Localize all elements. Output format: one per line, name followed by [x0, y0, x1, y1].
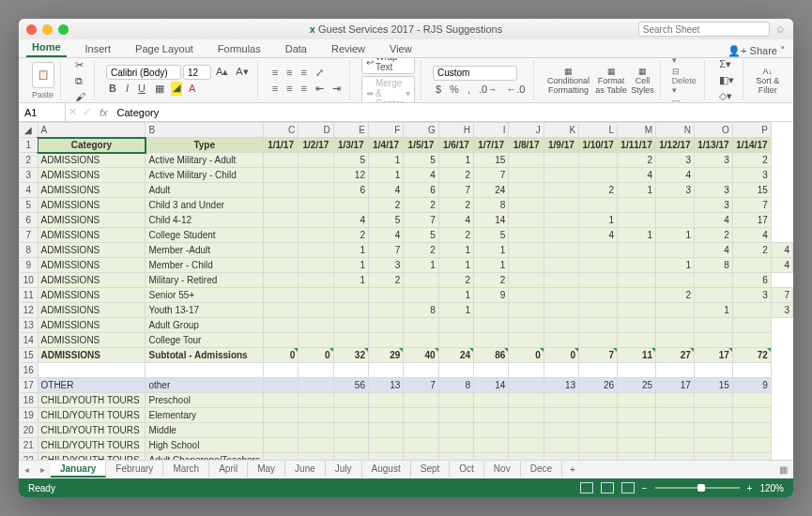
cell-J3[interactable] — [509, 168, 544, 183]
cell-O9[interactable]: 8 — [694, 258, 732, 273]
row-header-4[interactable]: 4 — [20, 183, 38, 198]
cell-J11[interactable] — [509, 288, 544, 303]
cell-L7[interactable]: 4 — [579, 228, 618, 243]
underline-button[interactable]: U — [135, 82, 148, 96]
cell-9[interactable]: 4 — [771, 258, 792, 273]
cell-J16[interactable] — [509, 363, 544, 378]
font-size-select[interactable] — [183, 65, 211, 80]
cell-P20[interactable] — [732, 423, 771, 438]
cell-E8[interactable]: 1 — [333, 243, 368, 258]
cell-D19[interactable] — [299, 408, 333, 423]
cell-K19[interactable] — [544, 408, 578, 423]
align-center-icon[interactable]: ≡ — [283, 82, 295, 96]
cell-D3[interactable] — [299, 168, 333, 183]
cell-A2[interactable]: ADMISSIONS — [38, 153, 146, 168]
sheet-tab-sept[interactable]: Sept — [411, 462, 451, 478]
cell-I3[interactable]: 7 — [474, 168, 509, 183]
cell-G19[interactable] — [404, 408, 438, 423]
cell-G6[interactable]: 7 — [404, 213, 438, 228]
cell-O13[interactable] — [694, 318, 732, 333]
cell-I21[interactable] — [474, 438, 509, 453]
cell-P18[interactable] — [732, 393, 771, 408]
indent-decrease-icon[interactable]: ⇤ — [313, 82, 327, 96]
cell-B12[interactable]: Youth 13-17 — [146, 303, 263, 318]
cell-O16[interactable] — [694, 363, 732, 378]
cell-F16[interactable] — [368, 363, 403, 378]
col-header-A[interactable]: A — [38, 123, 146, 138]
cell-M14[interactable] — [618, 333, 656, 348]
row-header-5[interactable]: 5 — [20, 198, 38, 213]
cell-A16[interactable] — [38, 363, 146, 378]
cell-J1[interactable]: 1/8/17 — [509, 138, 544, 153]
cell-E13[interactable] — [333, 318, 368, 333]
cell-G16[interactable] — [404, 363, 438, 378]
cell-A20[interactable]: CHILD/YOUTH TOURS — [38, 423, 146, 438]
cell-C7[interactable] — [263, 228, 298, 243]
cell-N5[interactable] — [656, 198, 695, 213]
cell-G13[interactable] — [404, 318, 438, 333]
menu-tab-insert[interactable]: Insert — [80, 40, 117, 57]
cell-D21[interactable] — [299, 438, 333, 453]
cell-C6[interactable] — [263, 213, 298, 228]
cell-D11[interactable] — [299, 288, 333, 303]
cell-J22[interactable] — [509, 453, 544, 461]
page-break-view-button[interactable] — [621, 482, 635, 493]
add-sheet-button[interactable]: + — [562, 464, 583, 475]
cell-N2[interactable]: 3 — [656, 153, 695, 168]
row-header-3[interactable]: 3 — [20, 168, 38, 183]
cell-I17[interactable]: 14 — [474, 378, 509, 393]
cell-H4[interactable]: 7 — [438, 183, 473, 198]
cell-A15[interactable]: ADMISSIONS — [38, 348, 146, 363]
cell-J2[interactable] — [509, 153, 544, 168]
cell-P9[interactable] — [732, 258, 771, 273]
col-header-K[interactable]: K — [544, 123, 578, 138]
cell-K17[interactable]: 13 — [544, 378, 578, 393]
cell-D5[interactable] — [299, 198, 333, 213]
cell-K4[interactable] — [544, 183, 578, 198]
cell-P19[interactable] — [732, 408, 771, 423]
cell-C20[interactable] — [263, 423, 298, 438]
sheet-tab-june[interactable]: June — [285, 462, 326, 478]
cell-M19[interactable] — [618, 408, 656, 423]
cell-M1[interactable]: 1/11/17 — [618, 138, 656, 153]
cell-F11[interactable] — [368, 288, 403, 303]
cell-N1[interactable]: 1/12/17 — [656, 138, 695, 153]
col-header-H[interactable]: H — [438, 123, 473, 138]
cell-J8[interactable] — [509, 243, 544, 258]
cell-I18[interactable] — [474, 393, 509, 408]
cell-P14[interactable] — [732, 333, 771, 348]
cell-A17[interactable]: OTHER — [38, 378, 146, 393]
cell-E11[interactable] — [333, 288, 368, 303]
cell-K18[interactable] — [544, 393, 578, 408]
row-header-17[interactable]: 17 — [20, 378, 38, 393]
cell-N4[interactable]: 3 — [656, 183, 695, 198]
cell-B16[interactable] — [146, 363, 263, 378]
copy-icon[interactable]: ⧉ — [72, 74, 88, 88]
cell-D12[interactable] — [299, 303, 333, 318]
cell-P17[interactable]: 9 — [732, 378, 771, 393]
cell-I5[interactable]: 8 — [474, 198, 509, 213]
cell-L2[interactable] — [579, 153, 618, 168]
cell-K9[interactable] — [544, 258, 578, 273]
cell-C1[interactable]: 1/1/17 — [263, 138, 298, 153]
cell-M3[interactable]: 4 — [618, 168, 656, 183]
cell-M8[interactable] — [618, 243, 656, 258]
cell-H3[interactable]: 2 — [438, 168, 473, 183]
cell-E14[interactable] — [333, 333, 368, 348]
cell-H13[interactable] — [438, 318, 473, 333]
cell-C13[interactable] — [263, 318, 298, 333]
cell-A3[interactable]: ADMISSIONS — [38, 168, 146, 183]
cell-E17[interactable]: 56 — [333, 378, 368, 393]
col-header-I[interactable]: I — [474, 123, 509, 138]
cell-L18[interactable] — [579, 393, 618, 408]
cell-G1[interactable]: 1/5/17 — [404, 138, 438, 153]
cell-J14[interactable] — [509, 333, 544, 348]
cell-I10[interactable]: 2 — [474, 273, 509, 288]
cell-D6[interactable] — [299, 213, 333, 228]
cell-I12[interactable] — [474, 303, 509, 318]
cell-O6[interactable]: 4 — [694, 213, 732, 228]
cell-P13[interactable] — [732, 318, 771, 333]
cell-F19[interactable] — [368, 408, 403, 423]
col-header-L[interactable]: L — [579, 123, 618, 138]
wrap-text-button[interactable]: ↩ Wrap Text — [361, 58, 415, 74]
